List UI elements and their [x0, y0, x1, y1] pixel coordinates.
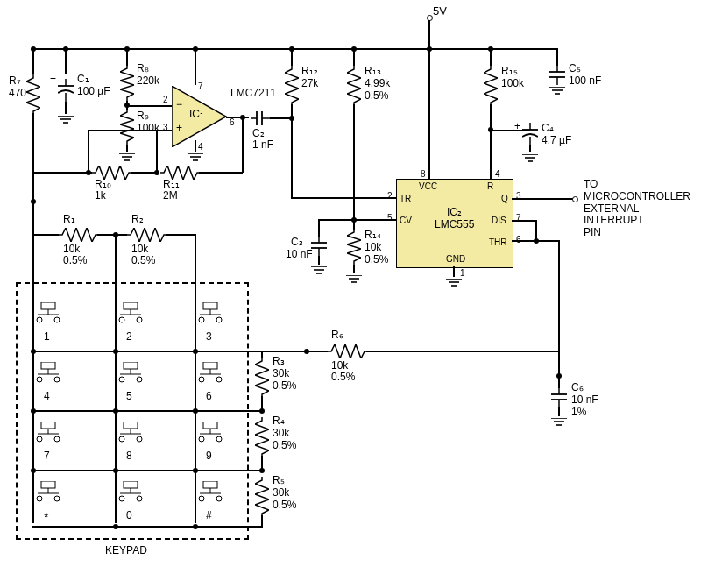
- key-6-label: 6: [206, 391, 212, 403]
- c3-val: 10 nF: [286, 249, 313, 261]
- svg-rect-50: [41, 302, 55, 309]
- key-2-label: 2: [126, 331, 132, 344]
- r7-ref: R₇: [9, 75, 21, 88]
- svg-rect-85: [124, 422, 138, 429]
- capacitor-c2: [251, 110, 270, 126]
- svg-point-58: [137, 317, 142, 322]
- resistor-r14: [347, 230, 361, 265]
- c4-val: 4.7 µF: [542, 135, 571, 147]
- key-2: [115, 302, 153, 329]
- resistor-r9: [120, 110, 134, 145]
- output-label: TO MICROCONTROLLER EXTERNAL INTERRUPT PI…: [584, 179, 690, 239]
- r12-val: 27k: [301, 78, 318, 90]
- ic1-pin2: 2: [163, 95, 168, 105]
- r8-ref: R₈: [137, 63, 149, 75]
- svg-point-88: [137, 436, 142, 442]
- resistor-r7: [26, 74, 40, 113]
- svg-point-87: [119, 436, 124, 442]
- svg-point-103: [137, 496, 142, 501]
- resistor-r1: [59, 228, 97, 242]
- svg-rect-105: [203, 481, 217, 488]
- svg-point-107: [199, 496, 204, 501]
- c5-ref: C₅: [569, 63, 581, 75]
- r6-ref: R₆: [331, 329, 343, 342]
- svg-point-98: [54, 496, 60, 501]
- r7-val: 470: [9, 88, 26, 100]
- key-hash: [195, 481, 233, 507]
- svg-point-62: [199, 317, 204, 322]
- ground-icon: [58, 114, 74, 130]
- c1-ref: C₁: [77, 74, 89, 86]
- key-star: [32, 481, 71, 507]
- r3-val: 30k: [273, 368, 289, 380]
- capacitor-c4: [522, 123, 538, 145]
- keypad-caption: KEYPAD: [105, 545, 147, 557]
- ic2-pin5: 5: [387, 213, 393, 223]
- r2-ref: R₂: [131, 214, 144, 226]
- ground-icon: [551, 416, 567, 432]
- svg-rect-65: [41, 362, 55, 369]
- c2-val: 1 nF: [252, 139, 273, 152]
- key-star-label: *: [44, 510, 48, 524]
- c6-ref: C₆: [571, 382, 584, 394]
- c4-ref: C₄: [542, 123, 554, 135]
- ic2-pin8: 8: [421, 169, 426, 180]
- r1-ref: R₁: [63, 214, 75, 226]
- c1-plus: +: [50, 74, 56, 86]
- r9-ref: R₉: [137, 110, 149, 123]
- svg-rect-55: [124, 302, 138, 309]
- svg-rect-100: [124, 481, 138, 488]
- svg-point-108: [216, 496, 222, 501]
- ic2-r: R: [487, 181, 493, 192]
- svg-point-82: [37, 436, 42, 442]
- svg-point-63: [216, 317, 222, 322]
- ground-icon: [311, 265, 327, 280]
- svg-rect-95: [41, 481, 55, 488]
- ic2-dis: DIS: [492, 216, 506, 226]
- svg-point-53: [54, 317, 60, 322]
- capacitor-c5: [549, 66, 565, 85]
- ic1-plus: +: [176, 123, 182, 135]
- svg-point-57: [119, 317, 124, 322]
- r6-tol: 0.5%: [331, 372, 355, 384]
- r1-tol: 0.5%: [63, 255, 87, 267]
- c6-val: 10 nF: [571, 394, 598, 407]
- ic1-ref: IC₁: [189, 109, 204, 121]
- ground-icon: [522, 152, 538, 168]
- key-8-label: 8: [126, 450, 132, 463]
- r14-ref: R₁₄: [365, 230, 381, 242]
- capacitor-c1: [58, 79, 74, 102]
- supply-5v-label: 5V: [433, 5, 447, 18]
- key-8: [115, 422, 153, 448]
- r13-ref: R₁₃: [365, 66, 381, 78]
- svg-point-93: [216, 436, 222, 442]
- svg-point-83: [54, 436, 60, 442]
- svg-rect-80: [41, 422, 55, 429]
- c1-val: 100 µF: [77, 86, 110, 98]
- key-7: [32, 422, 71, 448]
- svg-point-72: [119, 377, 124, 382]
- ic2-thr: THR: [489, 237, 507, 248]
- key-7-label: 7: [44, 450, 50, 463]
- ic1-part: LMC7211: [230, 88, 276, 100]
- svg-point-102: [119, 496, 124, 501]
- resistor-r4: [255, 417, 269, 456]
- c3-ref: C₃: [291, 237, 303, 249]
- r8-val: 220k: [137, 75, 159, 88]
- ic1-pin4: 4: [198, 142, 203, 152]
- key-4: [32, 362, 71, 388]
- ic2-pin2: 2: [387, 191, 393, 202]
- ic2-cv: CV: [400, 216, 412, 226]
- ic1-pin7: 7: [198, 81, 203, 92]
- ic2-gnd: GND: [446, 254, 465, 265]
- key-5-label: 5: [126, 391, 132, 403]
- ic1-minus: −: [176, 99, 182, 111]
- svg-point-77: [199, 377, 204, 382]
- svg-point-97: [37, 496, 42, 501]
- svg-point-67: [37, 377, 42, 382]
- ground-icon: [346, 273, 362, 289]
- resistor-r15: [484, 66, 498, 104]
- ic1-pin6: 6: [230, 117, 235, 128]
- r15-ref: R₁₅: [501, 66, 518, 78]
- r3-ref: R₃: [273, 356, 285, 368]
